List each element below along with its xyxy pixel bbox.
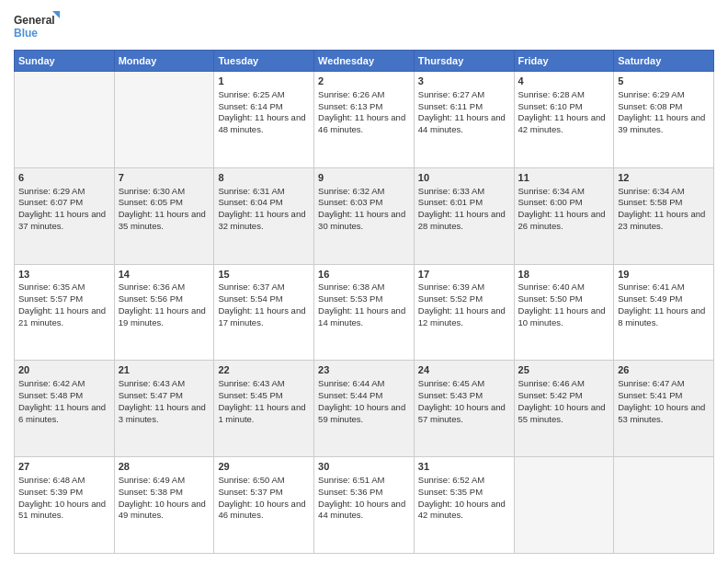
day-info: Daylight: 10 hours and 44 minutes. [318,499,410,523]
day-info: Daylight: 11 hours and 26 minutes. [518,209,610,233]
svg-text:General: General [14,14,55,27]
day-info: Daylight: 11 hours and 23 minutes. [618,209,710,233]
day-info: Sunset: 6:13 PM [318,101,410,113]
day-info: Sunrise: 6:42 AM [18,378,110,390]
day-info: Sunset: 5:57 PM [18,293,110,305]
day-number: 17 [418,268,510,282]
calendar-cell: 7Sunrise: 6:30 AMSunset: 6:05 PMDaylight… [114,167,214,264]
day-info: Sunset: 6:10 PM [518,101,610,113]
day-number: 1 [218,75,310,88]
day-info: Sunset: 5:39 PM [18,487,110,499]
day-info: Daylight: 10 hours and 53 minutes. [618,402,710,426]
calendar-cell: 13Sunrise: 6:35 AMSunset: 5:57 PMDayligh… [15,264,115,361]
day-number: 4 [518,75,610,88]
calendar-cell: 6Sunrise: 6:29 AMSunset: 6:07 PMDaylight… [15,167,115,264]
day-info: Sunrise: 6:26 AM [318,89,410,101]
day-info: Sunrise: 6:36 AM [119,282,210,293]
day-info: Sunset: 6:14 PM [218,101,310,113]
calendar-cell: 8Sunrise: 6:31 AMSunset: 6:04 PMDaylight… [214,167,314,264]
weekday-header-friday: Friday [514,51,614,72]
day-number: 21 [119,363,210,377]
svg-text:Blue: Blue [14,27,38,40]
day-info: Sunrise: 6:43 AM [218,378,310,390]
calendar-header-row: SundayMondayTuesdayWednesdayThursdayFrid… [15,51,714,72]
day-number: 16 [318,268,410,282]
day-info: Daylight: 10 hours and 59 minutes. [318,402,410,426]
day-info: Sunrise: 6:35 AM [18,282,110,293]
day-number: 3 [418,75,510,88]
day-info: Daylight: 11 hours and 8 minutes. [618,305,710,329]
day-info: Sunset: 5:45 PM [218,390,310,402]
day-info: Sunrise: 6:29 AM [618,89,710,101]
day-info: Sunset: 6:03 PM [318,197,410,209]
calendar-cell: 16Sunrise: 6:38 AMSunset: 5:53 PMDayligh… [314,264,415,361]
day-info: Daylight: 11 hours and 46 minutes. [318,112,410,136]
day-info: Sunset: 5:44 PM [318,390,410,402]
day-number: 14 [119,268,210,282]
day-info: Sunrise: 6:34 AM [518,186,610,198]
calendar-week-row: 13Sunrise: 6:35 AMSunset: 5:57 PMDayligh… [15,264,714,361]
day-info: Daylight: 11 hours and 19 minutes. [119,305,210,329]
day-info: Sunset: 5:56 PM [119,293,210,305]
weekday-header-monday: Monday [114,51,214,72]
day-number: 15 [218,268,310,282]
logo-svg: General Blue [14,9,60,44]
day-info: Sunrise: 6:47 AM [618,378,710,390]
calendar-cell: 19Sunrise: 6:41 AMSunset: 5:49 PMDayligh… [614,264,714,361]
day-number: 6 [18,171,110,185]
day-info: Sunrise: 6:49 AM [119,475,210,487]
calendar-cell: 23Sunrise: 6:44 AMSunset: 5:44 PMDayligh… [314,361,415,457]
calendar-cell: 18Sunrise: 6:40 AMSunset: 5:50 PMDayligh… [514,264,614,361]
day-info: Sunset: 6:07 PM [18,197,110,209]
calendar-week-row: 6Sunrise: 6:29 AMSunset: 6:07 PMDaylight… [15,167,714,264]
calendar-cell: 2Sunrise: 6:26 AMSunset: 6:13 PMDaylight… [314,72,415,168]
day-number: 18 [518,268,610,282]
calendar-cell: 20Sunrise: 6:42 AMSunset: 5:48 PMDayligh… [15,361,115,457]
calendar-cell: 10Sunrise: 6:33 AMSunset: 6:01 PMDayligh… [414,167,514,264]
calendar-cell: 14Sunrise: 6:36 AMSunset: 5:56 PMDayligh… [114,264,214,361]
day-info: Sunrise: 6:33 AM [418,186,510,198]
day-info: Sunset: 5:49 PM [618,293,710,305]
day-info: Sunrise: 6:29 AM [18,186,110,198]
day-info: Sunrise: 6:38 AM [318,282,410,293]
calendar-cell: 5Sunrise: 6:29 AMSunset: 6:08 PMDaylight… [614,72,714,168]
calendar-week-row: 27Sunrise: 6:48 AMSunset: 5:39 PMDayligh… [15,457,714,554]
calendar-cell: 17Sunrise: 6:39 AMSunset: 5:52 PMDayligh… [414,264,514,361]
day-info: Sunset: 5:38 PM [119,487,210,499]
weekday-header-tuesday: Tuesday [214,51,314,72]
day-number: 19 [618,268,710,282]
day-number: 26 [618,363,710,377]
calendar-cell [614,457,714,554]
day-info: Sunset: 5:36 PM [318,487,410,499]
calendar-week-row: 1Sunrise: 6:25 AMSunset: 6:14 PMDaylight… [15,72,714,168]
day-number: 23 [318,363,410,377]
day-number: 11 [518,171,610,185]
day-info: Sunrise: 6:52 AM [418,475,510,487]
day-number: 20 [18,363,110,377]
day-info: Sunset: 6:08 PM [618,101,710,113]
day-info: Sunset: 5:37 PM [218,487,310,499]
calendar-cell: 9Sunrise: 6:32 AMSunset: 6:03 PMDaylight… [314,167,415,264]
calendar-cell: 4Sunrise: 6:28 AMSunset: 6:10 PMDaylight… [514,72,614,168]
day-info: Sunrise: 6:37 AM [218,282,310,293]
day-info: Daylight: 11 hours and 44 minutes. [418,112,510,136]
calendar-cell [114,72,214,168]
day-info: Daylight: 11 hours and 17 minutes. [218,305,310,329]
day-info: Sunset: 6:11 PM [418,101,510,113]
day-info: Sunrise: 6:46 AM [518,378,610,390]
day-number: 10 [418,171,510,185]
day-info: Daylight: 11 hours and 42 minutes. [518,112,610,136]
day-info: Sunset: 5:47 PM [119,390,210,402]
day-info: Sunrise: 6:50 AM [218,475,310,487]
calendar-cell: 3Sunrise: 6:27 AMSunset: 6:11 PMDaylight… [414,72,514,168]
calendar-cell: 1Sunrise: 6:25 AMSunset: 6:14 PMDaylight… [214,72,314,168]
day-info: Sunset: 5:41 PM [618,390,710,402]
calendar-cell [15,72,115,168]
day-info: Sunset: 5:42 PM [518,390,610,402]
day-info: Daylight: 11 hours and 32 minutes. [218,209,310,233]
day-info: Sunset: 5:53 PM [318,293,410,305]
day-info: Sunset: 6:00 PM [518,197,610,209]
day-info: Daylight: 11 hours and 10 minutes. [518,305,610,329]
day-number: 30 [318,460,410,474]
day-info: Daylight: 11 hours and 39 minutes. [618,112,710,136]
